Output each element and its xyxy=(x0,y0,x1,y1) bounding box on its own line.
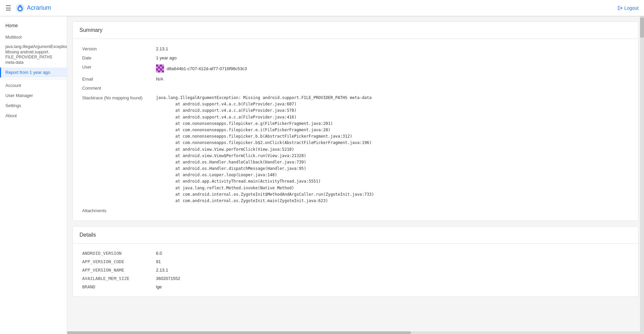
svg-rect-2 xyxy=(156,64,158,66)
logo: Acrarium xyxy=(15,3,51,13)
sidebar-item-account[interactable]: Account xyxy=(0,81,67,91)
summary-table: Version 2.13.1 Date 1 year ago User xyxy=(79,44,632,215)
email-label: Email xyxy=(79,75,153,84)
topbar-right: Logout xyxy=(618,5,639,11)
detail-key: APP_VERSION_NAME xyxy=(79,266,153,274)
layout: Home Multitool java.lang.IllegalArgument… xyxy=(0,16,644,334)
attachments-row: Attachments xyxy=(79,206,632,215)
menu-icon[interactable]: ☰ xyxy=(5,4,11,12)
svg-rect-10 xyxy=(156,68,158,70)
detail-row: APP_VERSION_CODE91 xyxy=(79,257,632,266)
details-body: ANDROID_VERSION6.0APP_VERSION_CODE91APP_… xyxy=(73,244,638,296)
detail-value: lge xyxy=(153,283,632,291)
version-value: 2.13.1 xyxy=(153,44,632,53)
sidebar-item-exception[interactable]: java.lang.IllegalArgumentException: Miss… xyxy=(0,42,67,67)
email-value: N/A xyxy=(153,75,632,84)
logout-icon xyxy=(618,5,623,11)
user-id: d8a644b1-c707-412d-af77-0716f98c53c3 xyxy=(167,66,247,71)
comment-row: Comment xyxy=(79,84,632,93)
stacktrace-value: java.lang.IllegalArgumentException: Miss… xyxy=(153,93,632,206)
details-title: Details xyxy=(73,227,638,244)
svg-rect-15 xyxy=(158,70,160,73)
details-table: ANDROID_VERSION6.0APP_VERSION_CODE91APP_… xyxy=(79,249,632,291)
svg-point-1 xyxy=(19,7,21,10)
detail-value: 6.0 xyxy=(153,249,632,257)
svg-rect-12 xyxy=(160,68,162,70)
detail-value: 3602071552 xyxy=(153,274,632,283)
topbar: ☰ Acrarium Logout xyxy=(0,0,644,16)
svg-rect-11 xyxy=(158,68,160,70)
svg-rect-13 xyxy=(162,68,164,70)
detail-row: ANDROID_VERSION6.0 xyxy=(79,249,632,257)
stacktrace-content: java.lang.IllegalArgumentException: Miss… xyxy=(156,95,629,204)
version-label: Version xyxy=(79,44,153,53)
sidebar-divider-1 xyxy=(0,79,67,79)
email-row: Email N/A xyxy=(79,75,632,84)
horizontal-scrollbar[interactable] xyxy=(67,331,640,334)
svg-rect-17 xyxy=(162,70,164,73)
svg-rect-5 xyxy=(162,64,164,66)
main-content: Summary Version 2.13.1 Date 1 year ago U… xyxy=(67,16,644,334)
date-row: Date 1 year ago xyxy=(79,53,632,62)
user-label: User xyxy=(79,62,153,75)
user-cell: d8a644b1-c707-412d-af77-0716f98c53c3 xyxy=(156,64,629,73)
detail-row: BRANDlge xyxy=(79,283,632,291)
detail-key: ANDROID_VERSION xyxy=(79,249,153,257)
svg-rect-7 xyxy=(158,66,160,68)
svg-rect-6 xyxy=(156,66,158,68)
svg-rect-16 xyxy=(160,70,162,73)
attachments-value xyxy=(153,206,632,215)
svg-rect-9 xyxy=(162,66,164,68)
detail-value: 2.13.1 xyxy=(153,266,632,274)
avatar xyxy=(156,64,164,73)
summary-title: Summary xyxy=(73,22,638,39)
detail-key: AVAILABLE_MEM_SIZE xyxy=(79,274,153,283)
logout-button[interactable]: Logout xyxy=(618,5,639,11)
detail-value: 91 xyxy=(153,257,632,266)
date-label: Date xyxy=(79,53,153,62)
comment-label: Comment xyxy=(79,84,153,93)
logout-label: Logout xyxy=(624,5,639,11)
svg-rect-4 xyxy=(160,64,162,66)
user-value: d8a644b1-c707-412d-af77-0716f98c53c3 xyxy=(153,62,632,75)
sidebar-home[interactable]: Home xyxy=(0,19,67,32)
detail-key: APP_VERSION_CODE xyxy=(79,257,153,266)
vertical-scrollbar[interactable] xyxy=(640,16,644,334)
topbar-left: ☰ Acrarium xyxy=(5,3,51,13)
summary-card: Summary Version 2.13.1 Date 1 year ago U… xyxy=(72,21,639,221)
logo-icon xyxy=(15,3,25,13)
comment-value xyxy=(153,84,632,93)
detail-row: AVAILABLE_MEM_SIZE3602071552 xyxy=(79,274,632,283)
attachments-label: Attachments xyxy=(79,206,153,215)
vertical-scrollbar-thumb xyxy=(640,17,644,38)
user-row: User xyxy=(79,62,632,75)
logo-text: Acrarium xyxy=(27,4,51,11)
stacktrace-row: Stacktrace (No mapping found) java.lang.… xyxy=(79,93,632,206)
sidebar-item-report[interactable]: Report from 1 year ago xyxy=(0,67,67,78)
date-value: 1 year ago xyxy=(153,53,632,62)
horizontal-scrollbar-thumb xyxy=(67,331,411,334)
svg-rect-3 xyxy=(158,64,160,66)
sidebar: Home Multitool java.lang.IllegalArgument… xyxy=(0,16,67,334)
sidebar-item-user-manager[interactable]: User Manager xyxy=(0,91,67,101)
summary-body: Version 2.13.1 Date 1 year ago User xyxy=(73,39,638,221)
version-row: Version 2.13.1 xyxy=(79,44,632,53)
sidebar-item-settings[interactable]: Settings xyxy=(0,101,67,111)
svg-rect-8 xyxy=(160,66,162,68)
detail-key: BRAND xyxy=(79,283,153,291)
sidebar-item-about[interactable]: About xyxy=(0,111,67,121)
svg-rect-14 xyxy=(156,70,158,73)
detail-row: APP_VERSION_NAME2.13.1 xyxy=(79,266,632,274)
details-card: Details ANDROID_VERSION6.0APP_VERSION_CO… xyxy=(72,226,639,297)
sidebar-item-multitool[interactable]: Multitool xyxy=(0,32,67,42)
stacktrace-label: Stacktrace (No mapping found) xyxy=(79,93,153,206)
